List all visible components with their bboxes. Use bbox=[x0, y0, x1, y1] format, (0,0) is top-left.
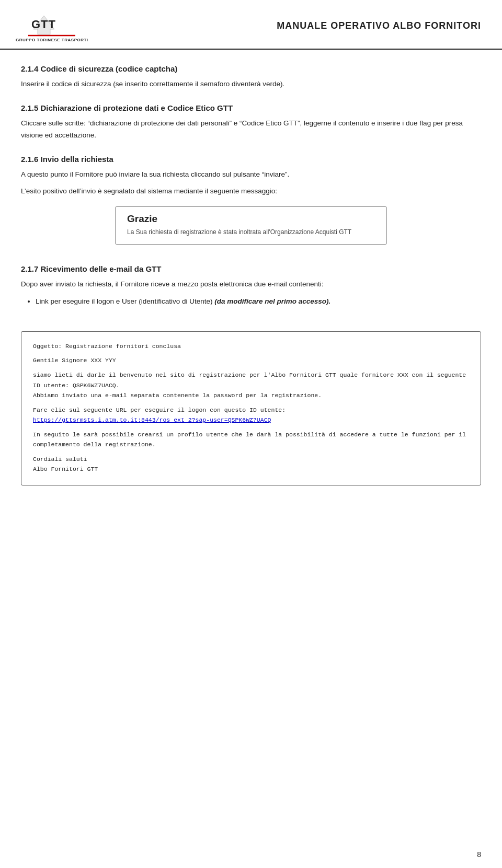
section-214-heading: 2.1.4 Codice di sicurezza (codice captch… bbox=[21, 64, 481, 73]
section-215-heading: 2.1.5 Dichiarazione di protezione dati e… bbox=[21, 103, 481, 112]
thankyou-box: Grazie La Sua richiesta di registrazione… bbox=[115, 206, 387, 245]
email-saluto: Gentile Signore XXX YYY bbox=[33, 355, 469, 366]
email-chiusura: Cordiali saluti bbox=[33, 454, 469, 465]
section-217: 2.1.7 Ricevimento delle e-mail da GTT Do… bbox=[21, 264, 481, 307]
logo-subtitle: GRUPPO TORINESE TRASPORTI bbox=[16, 38, 88, 42]
main-content: 2.1.4 Codice di sicurezza (codice captch… bbox=[0, 64, 502, 517]
email-oggetto: Oggetto: Registrazione fornitori conclus… bbox=[33, 341, 469, 352]
gtt-logo: GTT bbox=[28, 9, 75, 37]
section-214: 2.1.4 Codice di sicurezza (codice captch… bbox=[21, 64, 481, 90]
thankyou-title: Grazie bbox=[127, 213, 375, 225]
section-216: 2.1.6 Invio della richiesta A questo pun… bbox=[21, 155, 481, 245]
header: GTT GRUPPO TORINESE TRASPORTI MANUALE OP… bbox=[0, 0, 502, 50]
header-title: MANUALE OPERATIVO ALBO FORNITORI bbox=[277, 20, 481, 31]
bullet-item-1: Link per eseguire il logon e User (ident… bbox=[36, 296, 481, 307]
email-body1: siamo lieti di darle il benvenuto nel si… bbox=[33, 370, 469, 390]
section-215: 2.1.5 Dichiarazione di protezione dati e… bbox=[21, 103, 481, 141]
email-link[interactable]: https://gttsrmsts.i.atm.to.it:8443/ros e… bbox=[33, 415, 469, 425]
bullet-text-bold-italic: (da modificare nel primo accesso). bbox=[214, 297, 330, 305]
bullet-text-normal: Link per eseguire il logon e User (ident… bbox=[36, 297, 214, 305]
email-body3: Fare clic sul seguente URL per eseguire … bbox=[33, 405, 469, 415]
logo-area: GTT GRUPPO TORINESE TRASPORTI bbox=[16, 9, 88, 42]
email-body4: In seguito le sarà possibile crearsi un … bbox=[33, 430, 469, 450]
section-214-body: Inserire il codice di sicurezza (se inse… bbox=[21, 78, 481, 90]
page: GTT GRUPPO TORINESE TRASPORTI MANUALE OP… bbox=[0, 0, 502, 868]
section-215-body: Cliccare sulle scritte: “dichiarazione d… bbox=[21, 118, 481, 141]
page-number: 8 bbox=[477, 850, 481, 859]
email-body2: Abbiamo inviato una e-mail separata cont… bbox=[33, 390, 469, 401]
section-217-body1: Dopo aver inviato la richiesta, il Forni… bbox=[21, 279, 481, 290]
section-217-heading: 2.1.7 Ricevimento delle e-mail da GTT bbox=[21, 264, 481, 273]
section-216-body1: A questo punto il Fornitore può inviare … bbox=[21, 169, 481, 180]
svg-text:GTT: GTT bbox=[31, 18, 56, 31]
section-216-heading: 2.1.6 Invio della richiesta bbox=[21, 155, 481, 164]
thankyou-body: La Sua richiesta di registrazione è stat… bbox=[127, 227, 375, 237]
bullet-list: Link per eseguire il logon e User (ident… bbox=[36, 296, 481, 307]
email-firma: Albo Fornitori GTT bbox=[33, 464, 469, 474]
email-preview-box: Oggetto: Registrazione fornitori conclus… bbox=[21, 331, 481, 485]
section-216-body2: L’esito positivo dell’invio è segnalato … bbox=[21, 186, 481, 197]
email-url[interactable]: https://gttsrmsts.i.atm.to.it:8443/ros e… bbox=[33, 416, 271, 423]
